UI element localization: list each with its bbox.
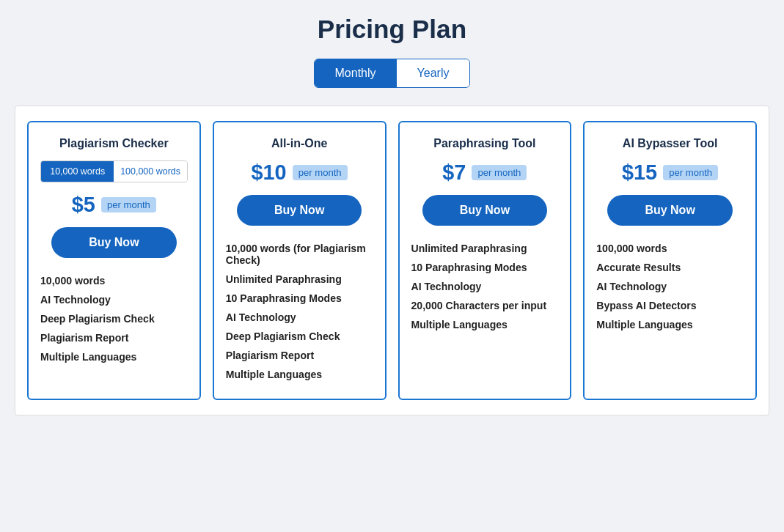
per-month-plagiarism: per month <box>101 197 156 213</box>
plan-card-all-in-one: All-in-One $10 per month Buy Now 10,000 … <box>213 121 386 400</box>
list-item: AI Technology <box>40 290 188 309</box>
list-item: Unlimited Paraphrasing <box>226 270 373 289</box>
price-all-in-one: $10 <box>252 160 287 185</box>
per-month-ai-bypasser: per month <box>663 165 718 180</box>
features-list-ai-bypasser: 100,000 words Accurate Results AI Techno… <box>596 239 744 334</box>
page-title: Pricing Plan <box>318 15 466 44</box>
price-plagiarism: $5 <box>72 193 95 217</box>
billing-toggle: Monthly Yearly <box>314 59 471 88</box>
list-item: Multiple Languages <box>40 347 188 366</box>
list-item: 100,000 words <box>596 239 744 258</box>
list-item: AI Technology <box>411 277 559 296</box>
list-item: AI Technology <box>226 308 373 327</box>
buy-btn-all-in-one[interactable]: Buy Now <box>237 195 362 226</box>
price-row-ai-bypasser: $15 per month <box>622 160 718 185</box>
buy-btn-ai-bypasser[interactable]: Buy Now <box>607 195 733 226</box>
price-ai-bypasser: $15 <box>622 160 657 185</box>
price-paraphrasing: $7 <box>442 160 466 185</box>
list-item: 10,000 words <box>40 271 188 290</box>
word-btn-100k[interactable]: 100,000 words <box>114 161 186 182</box>
word-toggle-plagiarism: 10,000 words 100,000 words <box>40 160 188 182</box>
list-item: Bypass AI Detectors <box>596 296 744 315</box>
list-item: Deep Plagiarism Check <box>40 309 188 328</box>
price-row-paraphrasing: $7 per month <box>442 160 527 185</box>
yearly-toggle-btn[interactable]: Yearly <box>397 59 470 87</box>
plans-wrapper: Plagiarism Checker 10,000 words 100,000 … <box>15 106 769 415</box>
price-row-all-in-one: $10 per month <box>252 160 348 185</box>
list-item: AI Technology <box>596 277 744 296</box>
list-item: Multiple Languages <box>411 315 559 334</box>
list-item: Plagiarism Report <box>226 346 373 365</box>
features-list-paraphrasing: Unlimited Paraphrasing 10 Paraphrasing M… <box>411 239 559 334</box>
list-item: 10 Paraphrasing Modes <box>226 289 373 308</box>
list-item: 10,000 words (for Plagiarism Check) <box>226 239 373 270</box>
plan-card-plagiarism: Plagiarism Checker 10,000 words 100,000 … <box>27 121 201 400</box>
per-month-paraphrasing: per month <box>472 165 527 180</box>
plan-name-plagiarism: Plagiarism Checker <box>40 137 188 150</box>
plan-card-ai-bypasser: AI Bypasser Tool $15 per month Buy Now 1… <box>583 121 757 400</box>
list-item: Plagiarism Report <box>40 328 188 347</box>
list-item: 20,000 Characters per input <box>411 296 559 315</box>
monthly-toggle-btn[interactable]: Monthly <box>315 59 397 87</box>
list-item: Deep Plagiarism Check <box>226 327 373 346</box>
list-item: Unlimited Paraphrasing <box>411 239 559 258</box>
per-month-all-in-one: per month <box>293 165 348 180</box>
list-item: Multiple Languages <box>226 365 373 384</box>
buy-btn-paraphrasing[interactable]: Buy Now <box>422 195 548 226</box>
plan-name-all-in-one: All-in-One <box>271 137 327 150</box>
price-row-plagiarism: $5 per month <box>72 193 156 217</box>
plan-name-ai-bypasser: AI Bypasser Tool <box>623 137 718 150</box>
plans-grid: Plagiarism Checker 10,000 words 100,000 … <box>27 121 757 400</box>
list-item: Accurate Results <box>596 258 744 277</box>
features-list-plagiarism: 10,000 words AI Technology Deep Plagiari… <box>40 271 188 366</box>
buy-btn-plagiarism[interactable]: Buy Now <box>51 227 177 258</box>
plan-card-paraphrasing: Paraphrasing Tool $7 per month Buy Now U… <box>398 121 572 400</box>
list-item: 10 Paraphrasing Modes <box>411 258 559 277</box>
features-list-all-in-one: 10,000 words (for Plagiarism Check) Unli… <box>226 239 373 384</box>
plan-name-paraphrasing: Paraphrasing Tool <box>433 137 535 150</box>
word-btn-10k[interactable]: 10,000 words <box>41 161 114 182</box>
list-item: Multiple Languages <box>596 315 744 334</box>
